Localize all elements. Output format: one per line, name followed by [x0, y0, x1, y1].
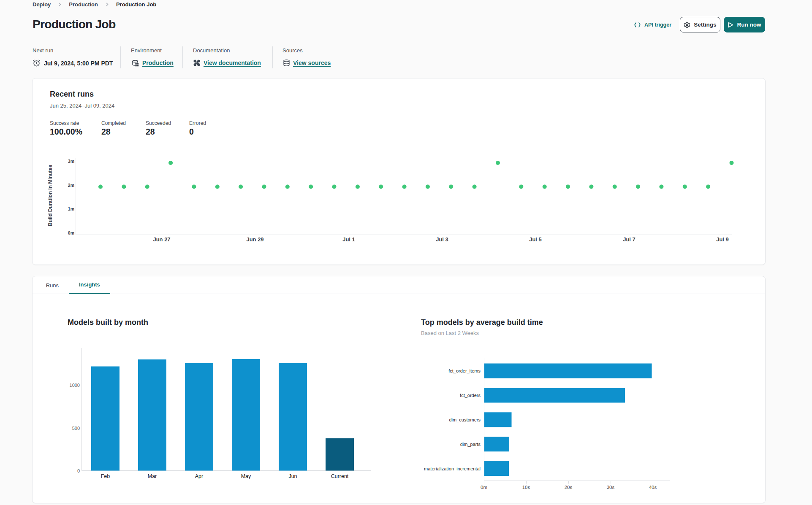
svg-text:fct_orders: fct_orders	[460, 393, 481, 398]
svg-text:dim_customers: dim_customers	[449, 417, 481, 422]
svg-text:Jun 27: Jun 27	[153, 236, 170, 243]
svg-text:1m: 1m	[68, 206, 74, 211]
svg-text:30s: 30s	[607, 485, 615, 490]
svg-text:40s: 40s	[649, 485, 657, 490]
svg-text:Jul 3: Jul 3	[436, 236, 448, 243]
svg-text:2m: 2m	[68, 183, 74, 188]
svg-text:Apr: Apr	[195, 473, 203, 479]
svg-text:Current: Current	[331, 473, 349, 479]
svg-text:Jul 7: Jul 7	[623, 236, 635, 243]
svg-text:10s: 10s	[522, 485, 530, 490]
svg-text:Feb: Feb	[101, 473, 110, 479]
svg-text:Mar: Mar	[148, 473, 157, 479]
svg-text:20s: 20s	[565, 485, 573, 490]
svg-text:Jul 9: Jul 9	[716, 236, 729, 243]
svg-text:dim_parts: dim_parts	[460, 442, 481, 447]
svg-text:0m: 0m	[68, 230, 74, 235]
svg-text:Jul 1: Jul 1	[342, 236, 355, 243]
svg-text:500: 500	[72, 426, 80, 431]
svg-text:Jul 5: Jul 5	[529, 236, 542, 243]
svg-text:Build Duration in Minutes: Build Duration in Minutes	[47, 165, 53, 226]
svg-text:May: May	[241, 473, 251, 479]
svg-text:0: 0	[77, 468, 80, 473]
svg-text:Jun 29: Jun 29	[246, 236, 263, 243]
svg-text:3m: 3m	[68, 159, 74, 164]
svg-text:Jun: Jun	[288, 473, 297, 479]
svg-text:materialization_incremental: materialization_incremental	[424, 466, 481, 471]
svg-text:1000: 1000	[70, 383, 80, 388]
svg-text:fct_order_items: fct_order_items	[448, 368, 481, 373]
svg-text:0m: 0m	[481, 485, 487, 490]
